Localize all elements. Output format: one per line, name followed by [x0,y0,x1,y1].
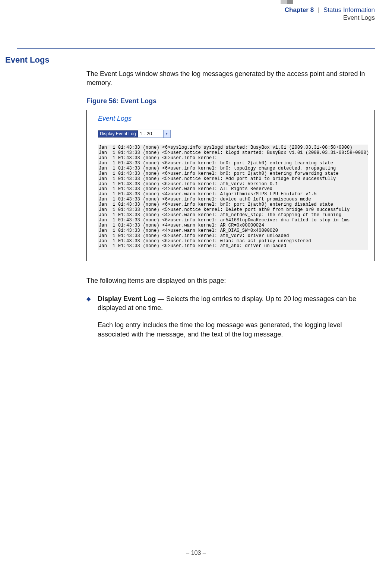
tab-light [281,0,287,4]
running-header-line1: Chapter 8 | Status Information [285,6,375,14]
bullet-list: Display Event Log — Selects the log entr… [86,294,375,339]
content-area: The Event Logs window shows the log mess… [86,69,375,339]
chapter-label: Chapter 8 [285,6,314,13]
running-header-section: Event Logs [285,14,375,22]
bullet-term: Display Event Log [98,295,156,303]
section-heading: Event Logs [5,54,50,66]
tab-dark [287,0,293,4]
header-rule [17,48,375,49]
figure-caption: Figure 56: Event Logs [86,97,375,105]
figure-panel: Event Logs Display Event Log 1 - 20 ▾ Ja… [86,110,375,261]
chapter-separator: | [318,6,319,13]
page-footer: – 103 – [0,549,392,557]
display-event-log-button[interactable]: Display Event Log [98,130,138,138]
log-range-value: 1 - 20 [138,130,163,137]
log-output: Jan 1 01:43:33 (none) <6>syslog.info sys… [98,145,368,250]
lead-in-paragraph: The following items are displayed on thi… [86,276,375,285]
bullet-subtext: Each log entry includes the time the log… [98,320,375,339]
chapter-title: Status Information [323,6,375,13]
list-item: Display Event Log — Selects the log entr… [86,294,375,339]
running-header: Chapter 8 | Status Information Event Log… [285,6,375,22]
log-range-select[interactable]: 1 - 20 ▾ [138,130,171,138]
log-controls: Display Event Log 1 - 20 ▾ [98,130,372,138]
chevron-down-icon: ▾ [163,130,170,138]
intro-paragraph: The Event Logs window shows the log mess… [86,69,375,88]
panel-title: Event Logs [98,114,372,123]
page: Chapter 8 | Status Information Event Log… [0,0,392,572]
header-tab-decoration [281,0,293,4]
